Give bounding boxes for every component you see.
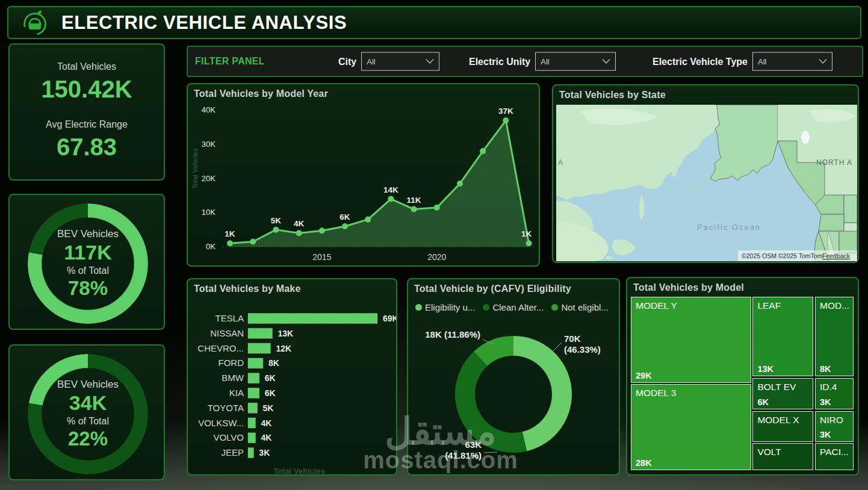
- bev-ring-card-1: BEV Vehicles 117K % of Total 78%: [8, 194, 165, 330]
- make-bar-chart[interactable]: TESLA69KNISSAN13KCHEVRO...12KFORD8KBMW6K…: [188, 297, 396, 476]
- line-point[interactable]: [503, 117, 509, 123]
- treemap-cell-value: 29K: [636, 371, 652, 380]
- state-map-card[interactable]: Total Vehicles by State: [552, 84, 859, 263]
- bev-ring-card-2: BEV Vehicles 34K % of Total 22%: [8, 344, 165, 480]
- treemap-cell-niro[interactable]: NIRO3K: [815, 411, 854, 442]
- line-point[interactable]: [227, 240, 233, 246]
- city-dropdown[interactable]: All: [361, 52, 439, 71]
- bev1-subtitle: % of Total: [67, 265, 109, 276]
- line-point[interactable]: [434, 205, 440, 211]
- filter-panel-title: FILTER PANEL: [195, 56, 265, 67]
- avg-range-label: Avg Electric Range: [10, 119, 164, 130]
- donut-slice-clean-alter-[interactable]: [455, 352, 527, 453]
- treemap-cell-model-x[interactable]: MODEL X: [752, 411, 813, 442]
- electric-unity-dropdown-value: All: [541, 57, 549, 66]
- electric-unity-dropdown[interactable]: All: [535, 52, 616, 71]
- treemap-cell-volt[interactable]: VOLT: [752, 443, 813, 470]
- total-vehicles-label: Total Vehicles: [10, 61, 164, 72]
- bar-category-label: KIA: [229, 388, 244, 398]
- treemap-cell-paci-[interactable]: PACI...: [815, 443, 854, 470]
- map-aleutian-island: [702, 182, 706, 184]
- bar-value-label: 69K: [383, 314, 396, 323]
- line-point[interactable]: [411, 206, 417, 212]
- bar-volvo[interactable]: [248, 433, 255, 443]
- line-point[interactable]: [457, 181, 463, 187]
- treemap-cell-value: 8K: [820, 364, 831, 374]
- map-region-label: NORTH A: [816, 158, 852, 167]
- treemap-cell-bolt-ev[interactable]: BOLT EV6K: [752, 378, 813, 409]
- treemap-cell-value: 28K: [636, 458, 652, 468]
- y-axis-title: Total Vehicles: [191, 148, 199, 189]
- map-aleutian-island: [695, 185, 699, 187]
- cafv-donut-card[interactable]: Total Vehicle by (CAFV) Eligibility Elig…: [407, 278, 620, 476]
- donut-data-label: (41.81%): [445, 450, 482, 461]
- ev-type-dropdown[interactable]: All: [752, 52, 832, 71]
- treemap-cell-value: 3K: [820, 397, 831, 407]
- bar-jeep[interactable]: [248, 448, 253, 458]
- line-point[interactable]: [273, 227, 279, 233]
- filter-label-city: City: [338, 56, 356, 67]
- avg-range-value: 67.83: [10, 135, 164, 159]
- model-year-chart-title: Total Vehicles by Model Year: [188, 84, 539, 99]
- model-year-chart-card[interactable]: Total Vehicles by Model Year 0K10K20K30K…: [187, 83, 540, 267]
- model-year-line-chart[interactable]: 0K10K20K30K40KTotal Vehicles201520201K5K…: [188, 102, 541, 266]
- bar-nissan[interactable]: [248, 328, 273, 338]
- treemap-cell-mod-[interactable]: MOD...8K: [815, 297, 854, 376]
- bar-volksw-[interactable]: [248, 418, 255, 428]
- x-tick: 2015: [312, 252, 331, 262]
- filter-panel: FILTER PANEL City All Electric Unity All…: [187, 46, 863, 77]
- map-feedback-link[interactable]: Feedback: [822, 252, 851, 259]
- bar-value-label: 6K: [265, 388, 276, 398]
- line-point[interactable]: [526, 240, 532, 246]
- point-label: 14K: [383, 185, 398, 194]
- bar-category-label: FORD: [219, 358, 244, 368]
- line-point[interactable]: [480, 148, 486, 154]
- line-point[interactable]: [365, 217, 371, 223]
- bar-bmw[interactable]: [248, 373, 259, 383]
- treemap-cell-label: ID.4: [816, 379, 853, 392]
- treemap-cell-label: BOLT EV: [753, 379, 813, 392]
- donut-data-label: 18K (11.86%): [425, 329, 480, 340]
- bar-kia[interactable]: [248, 388, 259, 399]
- make-bar-card[interactable]: Total Vehicles by Make TESLA69KNISSAN13K…: [187, 278, 397, 476]
- chevron-down-icon: [426, 59, 434, 64]
- chevron-down-icon: [819, 59, 827, 64]
- state-map[interactable]: A NORTH A Pacific Ocean ©2025 OSM ©2025 …: [556, 105, 857, 261]
- bar-value-label: 4K: [261, 418, 271, 428]
- treemap-cell-model-3[interactable]: MODEL 328K: [631, 384, 751, 470]
- bev1-pct: 78%: [68, 278, 108, 299]
- treemap-cell-model-y[interactable]: MODEL Y29K: [631, 297, 751, 383]
- chevron-down-icon: [602, 59, 610, 64]
- bar-category-label: TOYOTA: [208, 403, 244, 413]
- y-tick: 40K: [202, 105, 215, 114]
- bar-x-axis-title: Total Vehicles: [273, 467, 325, 476]
- bar-ford[interactable]: [248, 358, 263, 368]
- treemap-cell-leaf[interactable]: LEAF13K: [752, 297, 813, 376]
- bar-value-label: 8K: [268, 358, 279, 368]
- bar-tesla[interactable]: [248, 314, 377, 324]
- point-label: 11K: [407, 196, 421, 205]
- line-point[interactable]: [319, 228, 325, 234]
- model-treemap-card[interactable]: Total Vehicles by Model MODEL Y29KMODEL …: [626, 277, 859, 476]
- bar-value-label: 6K: [265, 373, 276, 383]
- cafv-donut-chart[interactable]: 70K(46.33%)18K (11.86%)63K(41.81%): [408, 279, 619, 474]
- ev-type-dropdown-value: All: [758, 57, 766, 66]
- line-point[interactable]: [250, 238, 256, 244]
- line-point[interactable]: [342, 223, 348, 229]
- bar-chevro-[interactable]: [248, 343, 270, 353]
- line-point[interactable]: [388, 196, 394, 202]
- treemap-cell-label: MOD...: [816, 297, 853, 311]
- bar-toyota[interactable]: [248, 403, 258, 413]
- bev2-subtitle: % of Total: [67, 416, 109, 427]
- treemap-cell-id-4[interactable]: ID.43K: [815, 378, 854, 409]
- donut-data-label: 70K: [564, 333, 581, 344]
- city-dropdown-value: All: [367, 57, 375, 66]
- y-tick: 0K: [206, 242, 215, 251]
- point-label: 37K: [498, 107, 513, 116]
- treemap-cell-label: VOLT: [753, 444, 813, 457]
- map-land-island: [606, 256, 613, 259]
- line-point[interactable]: [296, 230, 302, 236]
- bar-category-label: JEEP: [221, 447, 244, 457]
- bev1-value: 117K: [64, 241, 111, 264]
- model-treemap[interactable]: MODEL Y29KMODEL 328KLEAF13KMOD...8KBOLT …: [631, 297, 854, 470]
